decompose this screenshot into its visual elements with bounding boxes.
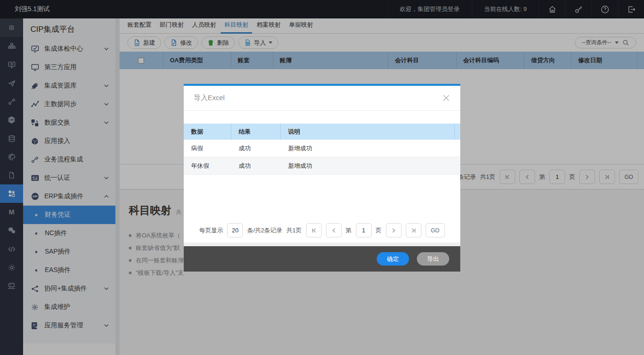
prev-page-button[interactable] xyxy=(326,223,342,237)
next-page-button[interactable] xyxy=(386,223,402,237)
pages-count: 共1页 xyxy=(286,226,301,235)
dialog-pagination: 每页显示 条/共2条记录 共1页 第 页 GO xyxy=(184,220,460,241)
cell-note: 新增成功 xyxy=(281,144,460,153)
cell-result: 成功 xyxy=(231,144,281,153)
table-row: 病假 成功 新增成功 xyxy=(184,140,460,157)
cell-data: 病假 xyxy=(184,144,231,153)
table-row: 年休假 成功 新增成功 xyxy=(184,157,460,175)
last-page-button[interactable] xyxy=(406,223,421,237)
per-page-label: 每页显示 xyxy=(199,226,223,235)
first-page-button[interactable] xyxy=(306,223,322,237)
column-header: 结果 xyxy=(231,124,281,140)
import-excel-dialog: 导入Excel 数据 结果 说明 病假 成功 新增成功 年休假 成功 新增成功 … xyxy=(184,84,460,272)
result-grid-header: 数据 结果 说明 xyxy=(184,124,460,140)
page-prefix: 第 xyxy=(346,226,352,235)
column-header: 数据 xyxy=(184,124,231,140)
export-button-disabled[interactable]: 导出 xyxy=(417,252,449,266)
per-page-input[interactable] xyxy=(227,223,243,237)
column-header: 说明 xyxy=(281,124,455,140)
dialog-divider-strip xyxy=(184,243,460,246)
dialog-body: 数据 结果 说明 病假 成功 新增成功 年休假 成功 新增成功 每页显示 条/共… xyxy=(184,111,460,243)
confirm-button[interactable]: 确定 xyxy=(377,252,409,266)
dialog-footer: 确定 导出 xyxy=(184,246,460,272)
page-suffix: 页 xyxy=(376,226,382,235)
records-count: 条/共2条记录 xyxy=(247,226,282,235)
cell-note: 新增成功 xyxy=(281,162,460,170)
column-header-filler xyxy=(455,124,460,140)
dialog-title: 导入Excel xyxy=(194,94,225,102)
page-number-input[interactable] xyxy=(356,223,372,237)
cell-data: 年休假 xyxy=(184,162,231,170)
cell-result: 成功 xyxy=(231,162,281,170)
go-button[interactable]: GO xyxy=(426,223,445,237)
close-button[interactable] xyxy=(442,94,450,102)
dialog-header: 导入Excel xyxy=(184,86,460,111)
close-icon xyxy=(442,94,450,102)
